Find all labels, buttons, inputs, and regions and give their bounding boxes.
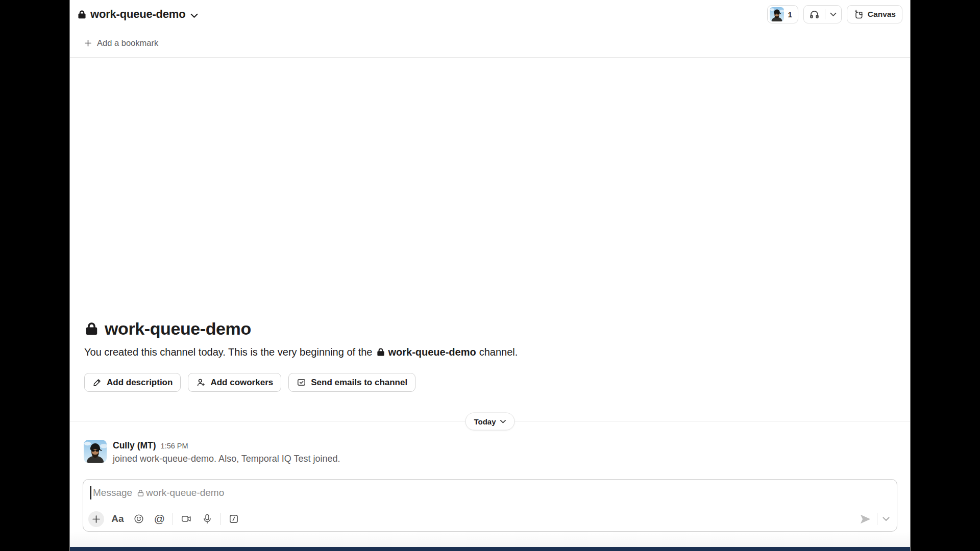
lock-icon xyxy=(376,347,385,357)
message-header: Cully (MT) 1:56 PM xyxy=(113,440,340,451)
add-bookmark-button[interactable]: Add a bookmark xyxy=(84,38,158,48)
chevron-down-icon xyxy=(190,13,198,18)
schedule-send-button[interactable] xyxy=(883,517,890,521)
emoji-icon xyxy=(133,513,144,524)
message-avatar[interactable] xyxy=(84,440,107,463)
add-description-label: Add description xyxy=(107,378,173,388)
send-button[interactable] xyxy=(859,513,872,525)
canvas-button[interactable]: Canvas xyxy=(847,5,902,23)
lock-icon xyxy=(77,10,87,19)
send-emails-label: Send emails to channel xyxy=(311,378,407,388)
member-count: 1 xyxy=(788,10,792,19)
message-composer: Message work-queue-demo Aa @ xyxy=(83,479,897,532)
plus-icon xyxy=(84,39,92,47)
chevron-down-icon xyxy=(500,419,506,423)
mention-button[interactable]: @ xyxy=(149,511,170,527)
huddle-button[interactable] xyxy=(804,6,825,23)
toolbar-divider xyxy=(220,513,220,525)
microphone-icon xyxy=(202,513,213,524)
intro-description-suffix: channel. xyxy=(479,346,518,358)
headphones-icon xyxy=(809,9,820,20)
bottom-navy-bar xyxy=(70,547,910,551)
composer-toolbar: Aa @ xyxy=(83,511,897,531)
audio-clip-button[interactable] xyxy=(197,511,217,527)
composer-placeholder-channel: work-queue-demo xyxy=(146,487,224,498)
composer-placeholder-prefix: Message xyxy=(93,487,132,498)
message-author[interactable]: Cully (MT) xyxy=(113,440,156,451)
members-button[interactable]: 1 xyxy=(767,5,798,23)
huddle-options-button[interactable] xyxy=(825,6,841,23)
message-body: Cully (MT) 1:56 PM joined work-queue-dem… xyxy=(113,440,340,464)
toolbar-divider xyxy=(173,513,173,525)
channel-name: work-queue-demo xyxy=(90,8,185,21)
channel-title-button[interactable]: work-queue-demo xyxy=(77,8,198,21)
add-coworkers-label: Add coworkers xyxy=(210,378,273,388)
video-camera-icon xyxy=(181,513,192,524)
intro-description-prefix: You created this channel today. This is … xyxy=(84,346,372,358)
composer-container: Message work-queue-demo Aa @ xyxy=(70,464,910,532)
mention-icon: @ xyxy=(154,513,165,525)
channel-intro-title: work-queue-demo xyxy=(84,319,896,339)
send-emails-button[interactable]: Send emails to channel xyxy=(288,373,415,392)
formatting-icon: Aa xyxy=(111,513,124,524)
add-bookmark-label: Add a bookmark xyxy=(97,38,158,48)
attach-button[interactable] xyxy=(88,511,104,527)
chevron-down-icon xyxy=(830,12,837,17)
lock-outline-icon xyxy=(136,489,145,497)
send-icon xyxy=(859,513,872,525)
shortcuts-button[interactable] xyxy=(223,511,244,527)
message-text: joined work-queue-demo. Also, Temporal I… xyxy=(113,454,340,464)
message-input[interactable]: Message work-queue-demo xyxy=(83,480,897,499)
slack-channel-window: work-queue-demo 1 xyxy=(70,0,910,551)
avatar-image xyxy=(84,440,107,463)
channel-intro-actions: Add description Add coworkers Send email… xyxy=(84,373,896,392)
date-divider-line: Today xyxy=(70,421,910,421)
canvas-label: Canvas xyxy=(868,10,896,19)
avatar xyxy=(770,7,784,21)
message-timestamp[interactable]: 1:56 PM xyxy=(161,442,188,450)
person-add-icon xyxy=(196,378,206,387)
intro-description-channel: work-queue-demo xyxy=(388,346,476,358)
channel-intro: work-queue-demo You created this channel… xyxy=(70,319,910,392)
channel-intro-description: You created this channel today. This is … xyxy=(84,346,896,358)
text-cursor xyxy=(90,486,91,499)
chevron-down-icon xyxy=(883,517,890,521)
member-avatar-image xyxy=(770,7,784,21)
plus-icon xyxy=(92,515,101,523)
window-bottom-edge xyxy=(70,532,910,551)
slash-shortcuts-icon xyxy=(228,513,239,524)
header-actions: 1 xyxy=(767,5,903,23)
pencil-icon xyxy=(92,378,102,387)
email-check-icon xyxy=(297,378,306,387)
message-pane: work-queue-demo You created this channel… xyxy=(70,58,910,464)
formatting-button[interactable]: Aa xyxy=(107,511,128,527)
canvas-icon xyxy=(853,9,864,19)
video-clip-button[interactable] xyxy=(176,511,197,527)
channel-header: work-queue-demo 1 xyxy=(70,0,910,29)
emoji-button[interactable] xyxy=(128,511,149,527)
lock-icon xyxy=(84,321,99,336)
send-divider xyxy=(877,513,877,525)
add-coworkers-button[interactable]: Add coworkers xyxy=(188,373,281,392)
huddle-control xyxy=(803,5,842,23)
message-row: Cully (MT) 1:56 PM joined work-queue-dem… xyxy=(70,440,910,464)
date-divider-button[interactable]: Today xyxy=(465,413,514,431)
channel-intro-name: work-queue-demo xyxy=(105,319,251,339)
bookmarks-bar: Add a bookmark xyxy=(70,29,910,58)
date-divider-label: Today xyxy=(474,417,496,426)
add-description-button[interactable]: Add description xyxy=(84,373,181,392)
